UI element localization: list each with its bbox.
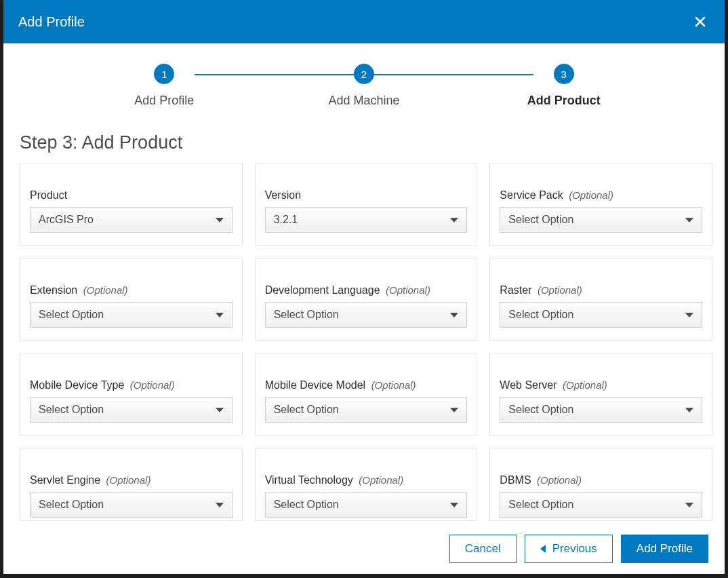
caret-down-icon xyxy=(685,313,693,317)
field-card-version: Version 3.2.1 xyxy=(255,163,478,246)
label-version: Version xyxy=(265,189,468,201)
select-raster-value: Select Option xyxy=(508,309,573,321)
select-mobile-type-value: Select Option xyxy=(39,404,104,416)
select-extension-value: Select Option xyxy=(39,309,104,321)
step-1-label: Add Profile xyxy=(134,94,194,108)
add-profile-button-label: Add Profile xyxy=(636,542,693,556)
field-card-mobile-model: Mobile Device Model (Optional) Select Op… xyxy=(255,353,478,436)
select-mobile-model[interactable]: Select Option xyxy=(265,397,468,423)
modal-footer: Cancel Previous Add Profile xyxy=(3,522,725,574)
optional-tag: (Optional) xyxy=(537,474,582,486)
field-card-product: Product ArcGIS Pro xyxy=(20,163,243,246)
select-dbms-value: Select Option xyxy=(508,499,573,511)
optional-tag: (Optional) xyxy=(538,284,582,296)
step-2-circle: 2 xyxy=(354,64,374,84)
label-service-pack-text: Service Pack xyxy=(500,189,563,201)
select-service-pack-value: Select Option xyxy=(508,214,573,226)
field-card-raster: Raster (Optional) Select Option xyxy=(489,258,712,341)
label-dev-lang: Development Language (Optional) xyxy=(265,284,468,296)
select-mobile-model-value: Select Option xyxy=(274,404,339,416)
select-dbms[interactable]: Select Option xyxy=(500,492,702,518)
label-dbms-text: DBMS xyxy=(500,474,531,486)
field-card-web-server: Web Server (Optional) Select Option xyxy=(489,353,712,436)
wizard-stepper: 1 Add Profile 2 Add Machine 3 Add Produc… xyxy=(3,43,725,115)
previous-button[interactable]: Previous xyxy=(525,535,613,563)
label-web-server: Web Server (Optional) xyxy=(500,379,702,391)
label-virtual-text: Virtual Technology xyxy=(265,474,353,486)
caret-down-icon xyxy=(450,218,458,223)
select-virtual-value: Select Option xyxy=(274,499,339,511)
label-servlet-text: Servlet Engine xyxy=(30,474,100,486)
optional-tag: (Optional) xyxy=(563,379,607,391)
caret-down-icon xyxy=(216,503,224,507)
label-product: Product xyxy=(30,189,232,201)
field-card-dev-lang: Development Language (Optional) Select O… xyxy=(255,258,478,341)
cancel-button[interactable]: Cancel xyxy=(449,535,517,563)
add-profile-button[interactable]: Add Profile xyxy=(621,535,708,563)
select-version[interactable]: 3.2.1 xyxy=(265,207,468,233)
close-icon xyxy=(695,16,706,27)
step-2[interactable]: 2 Add Machine xyxy=(264,64,464,108)
select-version-value: 3.2.1 xyxy=(274,214,298,226)
select-dev-lang[interactable]: Select Option xyxy=(265,302,468,328)
close-button[interactable] xyxy=(691,12,710,31)
label-servlet: Servlet Engine (Optional) xyxy=(30,474,232,486)
cancel-button-label: Cancel xyxy=(465,542,501,556)
select-dev-lang-value: Select Option xyxy=(274,309,339,321)
field-card-extension: Extension (Optional) Select Option xyxy=(20,258,243,341)
field-card-servlet: Servlet Engine (Optional) Select Option xyxy=(20,448,243,521)
caret-down-icon xyxy=(685,408,693,412)
field-card-virtual: Virtual Technology (Optional) Select Opt… xyxy=(255,448,478,521)
step-3-label: Add Product xyxy=(527,94,601,108)
optional-tag: (Optional) xyxy=(386,284,430,296)
label-product-text: Product xyxy=(30,189,67,201)
label-extension: Extension (Optional) xyxy=(30,284,232,296)
chevron-left-icon xyxy=(540,545,546,553)
select-extension[interactable]: Select Option xyxy=(30,302,232,328)
select-web-server-value: Select Option xyxy=(508,404,573,416)
select-virtual[interactable]: Select Option xyxy=(265,492,468,518)
label-extension-text: Extension xyxy=(30,284,77,296)
caret-down-icon xyxy=(216,218,224,223)
field-card-service-pack: Service Pack (Optional) Select Option xyxy=(489,163,712,246)
caret-down-icon xyxy=(685,218,693,223)
select-mobile-type[interactable]: Select Option xyxy=(30,397,232,423)
select-service-pack[interactable]: Select Option xyxy=(500,207,702,233)
select-servlet[interactable]: Select Option xyxy=(30,492,232,518)
optional-tag: (Optional) xyxy=(130,379,175,391)
select-raster[interactable]: Select Option xyxy=(500,302,702,328)
caret-down-icon xyxy=(216,408,224,412)
label-virtual: Virtual Technology (Optional) xyxy=(265,474,468,486)
label-mobile-type: Mobile Device Type (Optional) xyxy=(30,379,232,391)
add-profile-modal: Add Profile 1 Add Profile 2 Add Machine … xyxy=(3,0,725,574)
previous-button-label: Previous xyxy=(552,542,597,556)
caret-down-icon xyxy=(450,408,458,412)
label-mobile-model-text: Mobile Device Model xyxy=(265,379,366,391)
label-service-pack: Service Pack (Optional) xyxy=(500,189,702,201)
optional-tag: (Optional) xyxy=(569,189,613,201)
select-web-server[interactable]: Select Option xyxy=(500,397,702,423)
optional-tag: (Optional) xyxy=(106,474,151,486)
step-1-circle: 1 xyxy=(154,64,174,84)
step-heading: Step 3: Add Product xyxy=(3,115,725,163)
modal-header: Add Profile xyxy=(3,0,725,43)
field-card-mobile-type: Mobile Device Type (Optional) Select Opt… xyxy=(20,353,243,436)
label-web-server-text: Web Server xyxy=(500,379,557,391)
label-mobile-model: Mobile Device Model (Optional) xyxy=(265,379,468,391)
form-scroll-area[interactable]: Product ArcGIS Pro Version 3.2.1 xyxy=(20,163,725,522)
select-product-value: ArcGIS Pro xyxy=(39,214,94,226)
caret-down-icon xyxy=(450,503,458,507)
label-version-text: Version xyxy=(265,189,301,201)
label-dbms: DBMS (Optional) xyxy=(500,474,702,486)
optional-tag: (Optional) xyxy=(371,379,416,391)
caret-down-icon xyxy=(685,503,693,507)
step-1[interactable]: 1 Add Profile xyxy=(64,64,264,108)
optional-tag: (Optional) xyxy=(359,474,403,486)
step-3-circle: 3 xyxy=(554,64,574,84)
step-3[interactable]: 3 Add Product xyxy=(464,64,664,108)
label-dev-lang-text: Development Language xyxy=(265,284,380,296)
modal-title: Add Profile xyxy=(18,14,85,30)
select-product[interactable]: ArcGIS Pro xyxy=(30,207,232,233)
caret-down-icon xyxy=(216,313,224,317)
field-card-dbms: DBMS (Optional) Select Option xyxy=(489,448,712,521)
